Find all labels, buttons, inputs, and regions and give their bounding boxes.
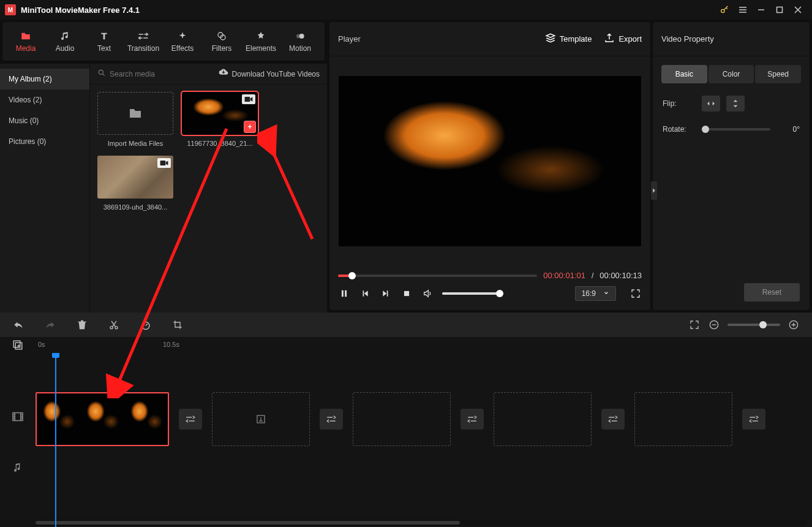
tab-motion[interactable]: Motion [280,25,320,59]
tab-audio[interactable]: Audio [45,25,85,59]
zoom-out-button[interactable] [708,319,720,331]
zoom-slider[interactable] [727,324,780,326]
seek-knob[interactable] [348,272,356,279]
prev-frame-button[interactable] [359,287,371,300]
tab-effects[interactable]: Effects [163,25,202,59]
volume-knob[interactable] [496,290,503,297]
prop-tab-color[interactable]: Color [709,65,754,83]
player-preview [329,56,650,266]
volume-icon[interactable] [421,287,434,300]
media-thumbnail[interactable] [97,156,173,199]
tab-text[interactable]: Text [85,25,124,59]
album-item-pictures[interactable]: Pictures (0) [0,131,89,152]
add-to-timeline-button[interactable]: + [244,121,256,133]
player-panel: Player Template Export 00: [329,22,650,310]
album-item-music[interactable]: Music (0) [0,110,89,131]
stop-button[interactable] [400,287,413,300]
zoom-in-button[interactable] [788,319,800,331]
search-input[interactable] [110,70,195,78]
add-track-button[interactable] [0,339,36,351]
empty-clip-slot[interactable] [494,392,592,446]
media-card-import[interactable]: Import Media Files [97,92,173,147]
transition-slot[interactable] [461,409,484,430]
transition-slot[interactable] [601,409,625,430]
aspect-ratio-dropdown[interactable]: 16:9 [575,286,616,301]
menu-icon[interactable] [734,1,752,18]
search-icon [97,69,106,79]
fit-zoom-icon[interactable] [688,319,701,331]
split-button[interactable] [108,319,120,331]
next-frame-button[interactable] [380,287,392,300]
prop-tab-basic[interactable]: Basic [661,65,707,83]
tab-label: Filters [212,44,232,53]
time-total: 00:00:10:13 [600,271,642,280]
delete-button[interactable] [76,319,88,331]
media-grid: Import Media Files + 11967730_3840_21... [90,85,327,313]
minimize-button[interactable] [752,1,770,18]
tab-filters[interactable]: Filters [202,25,241,59]
album-sidebar: My Album (2) Videos (2) Music (0) Pictur… [0,64,89,313]
transition-icon [138,31,149,42]
time-separator: / [592,271,593,280]
svg-point-6 [99,70,103,74]
scrollbar-thumb[interactable] [36,521,460,525]
license-key-icon[interactable] [715,1,734,18]
tab-transition[interactable]: Transition [124,25,163,59]
empty-clip-slot[interactable] [212,392,310,446]
pause-button[interactable] [338,287,350,300]
flip-horizontal-button[interactable] [702,96,720,112]
empty-clip-slot[interactable] [353,392,451,446]
tab-label: Motion [289,44,311,53]
maximize-button[interactable] [770,1,789,18]
template-icon [545,32,556,45]
ruler-tick: 0s [38,341,45,348]
transition-slot[interactable] [742,409,765,430]
tab-label: Audio [56,44,75,53]
app-logo: M [5,4,16,15]
export-button[interactable]: Export [604,32,642,45]
seek-bar[interactable] [338,275,537,277]
album-item-videos[interactable]: Videos (2) [0,89,89,110]
motion-icon [295,31,306,42]
zoom-knob[interactable] [759,321,767,328]
close-button[interactable] [789,1,807,18]
tab-elements[interactable]: Elements [241,25,280,59]
transition-slot[interactable] [179,409,202,430]
crop-button[interactable] [171,319,184,331]
playhead[interactable] [55,353,56,527]
prop-tab-speed[interactable]: Speed [755,65,801,83]
speed-button[interactable] [140,319,152,331]
undo-button[interactable] [12,319,24,331]
volume-slider[interactable] [442,292,503,295]
reset-button[interactable]: Reset [744,283,800,301]
flip-vertical-button[interactable] [726,96,745,112]
fullscreen-button[interactable] [630,287,642,300]
timeline-ruler[interactable]: 0s 10.5s [36,337,812,353]
svg-rect-7 [245,97,250,102]
tab-label: Transition [127,44,159,53]
media-label: 3869109-uhd_3840... [103,203,168,211]
preview-canvas[interactable] [339,76,641,246]
redo-button[interactable] [44,319,56,331]
download-youtube-button[interactable]: Download YouTube Videos [219,69,320,79]
album-item-myalbum[interactable]: My Album (2) [0,69,89,89]
transition-slot[interactable] [320,409,343,430]
template-button[interactable]: Template [545,32,592,45]
export-label: Export [618,34,642,44]
property-panel: Video Property Basic Color Speed Flip: R… [653,22,810,310]
svg-point-5 [296,34,301,38]
rotate-slider[interactable] [702,128,770,131]
media-card[interactable]: 3869109-uhd_3840... [97,156,173,211]
rotate-knob[interactable] [702,126,709,133]
panel-collapse-button[interactable] [651,181,657,200]
download-youtube-label: Download YouTube Videos [232,70,320,78]
media-card[interactable]: + 11967730_3840_21... [182,92,258,147]
tab-media[interactable]: Media [6,25,45,59]
search-field[interactable] [97,69,195,79]
media-thumbnail[interactable]: + [182,92,258,135]
video-badge-icon [157,158,171,168]
video-track-lane[interactable] [36,391,807,447]
empty-clip-slot[interactable] [634,392,732,446]
timeline-scrollbar[interactable] [36,520,807,526]
import-drop-zone[interactable] [97,92,173,135]
